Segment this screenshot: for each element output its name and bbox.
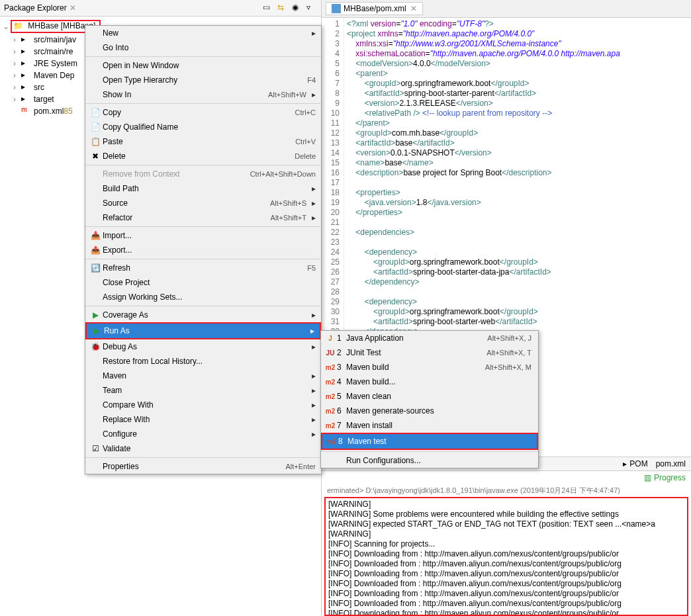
refresh-icon: 🔃 [88, 263, 103, 273]
delete-icon: ✖ [88, 152, 103, 161]
folder-icon: ▸ [21, 70, 32, 81]
menu-item-replace-with[interactable]: Replace With▸ [85, 412, 321, 427]
run-icon: ▶ [89, 326, 104, 335]
menu-item-paste[interactable]: 📋PasteCtrl+V [85, 134, 321, 149]
submenu-arrow-icon: ▸ [312, 213, 316, 222]
submenu-item-run-configurations-[interactable]: Run Configurations... [321, 453, 538, 468]
close-tab-icon[interactable]: ✕ [410, 4, 417, 13]
submenu-arrow-icon: ▸ [312, 342, 316, 351]
menu-item-refactor[interactable]: RefactorAlt+Shift+T▸ [85, 210, 321, 225]
menu-item-copy[interactable]: 📄CopyCtrl+C [85, 105, 321, 120]
check-icon: ☑ [88, 444, 103, 453]
submenu-arrow-icon: ▸ [312, 386, 316, 395]
context-menu: New▸Go IntoOpen in New WindowOpen Type H… [85, 25, 322, 474]
submenu-arrow-icon: ▸ [312, 310, 316, 320]
menu-item-close-project[interactable]: Close Project [85, 275, 321, 290]
J-icon: J [324, 335, 337, 342]
menu-item-go-into[interactable]: Go Into [85, 40, 321, 55]
package-explorer-title: Package Explorer [4, 3, 67, 13]
m2-icon: m2 [324, 364, 337, 371]
project-icon: 📁 [13, 21, 24, 32]
menu-item-coverage-as[interactable]: ▶Coverage As▸ [85, 308, 321, 322]
menu-item-remove-from-context[interactable]: Remove from ContextCtrl+Alt+Shift+Down [85, 167, 321, 181]
submenu-arrow-icon: ▸ [312, 400, 316, 410]
m2-icon: m2 [324, 393, 337, 400]
submenu-item-maven-clean[interactable]: m25Maven clean [321, 389, 538, 404]
paste-icon: 📋 [88, 137, 103, 146]
link-editor-icon[interactable]: ⇆ [277, 3, 288, 13]
menu-item-open-in-new-window[interactable]: Open in New Window [85, 58, 321, 73]
folder-icon: ▸ [21, 94, 32, 105]
m2-icon: m2 [325, 438, 338, 445]
focus-icon[interactable]: ◉ [292, 3, 302, 13]
menu-item-restore-from-local-history-[interactable]: Restore from Local History... [85, 354, 321, 369]
menu-item-source[interactable]: SourceAlt+Shift+S▸ [85, 196, 321, 210]
import-icon: 📥 [88, 231, 103, 240]
submenu-item-junit-test[interactable]: JU2JUnit TestAlt+Shift+X, T [321, 345, 538, 360]
submenu-arrow-icon: ▸ [310, 326, 314, 335]
submenu-item-maven-build-[interactable]: m24Maven build... [321, 374, 538, 389]
folder-icon: ▸ [21, 34, 32, 45]
menu-item-maven[interactable]: Maven▸ [85, 369, 321, 383]
menu-item-copy-qualified-name[interactable]: 📄Copy Qualified Name [85, 120, 321, 134]
close-icon[interactable]: ✕ [69, 3, 76, 13]
menu-item-new[interactable]: New▸ [85, 26, 321, 40]
menu-item-validate[interactable]: ☑Validate [85, 441, 321, 456]
maven-icon: m [21, 106, 32, 116]
editor-tab[interactable]: MHBase/pom.xml ✕ [326, 2, 423, 15]
menu-item-refresh[interactable]: 🔃RefreshF5 [85, 261, 321, 275]
submenu-item-maven-build[interactable]: m23Maven buildAlt+Shift+X, M [321, 360, 538, 374]
submenu-arrow-icon: ▸ [312, 371, 316, 380]
view-menu-icon[interactable]: ▿ [306, 3, 317, 13]
submenu-item-java-application[interactable]: J1Java ApplicationAlt+Shift+X, J [321, 331, 538, 345]
menu-item-compare-with[interactable]: Compare With▸ [85, 398, 321, 412]
run-as-submenu: J1Java ApplicationAlt+Shift+X, JJU2JUnit… [320, 330, 539, 468]
m2-icon: m2 [324, 422, 337, 429]
folder-icon: ▸ [21, 46, 32, 57]
folder-icon: ▸ [21, 82, 32, 93]
copy-icon: 📄 [88, 108, 103, 117]
submenu-arrow-icon: ▸ [312, 415, 316, 424]
submenu-item-maven-test[interactable]: m28Maven test [322, 434, 537, 449]
debug-icon: 🐞 [88, 342, 103, 351]
pomxml-tab[interactable]: pom.xml [656, 459, 686, 468]
maven-file-icon [332, 4, 341, 13]
m2-icon: m2 [324, 408, 337, 415]
copy-icon: 📄 [88, 122, 103, 132]
menu-item-properties[interactable]: PropertiesAlt+Enter [85, 459, 321, 474]
package-explorer-header: Package Explorer ✕ ▭ ⇆ ◉ ▿ [0, 0, 321, 17]
coverage-icon: ▶ [88, 310, 103, 320]
progress-view[interactable]: ▥ Progress [644, 473, 686, 482]
menu-item-run-as[interactable]: ▶Run As▸ [87, 324, 320, 338]
JU-icon: JU [324, 349, 337, 357]
menu-item-team[interactable]: Team▸ [85, 383, 321, 398]
menu-item-show-in[interactable]: Show InAlt+Shift+W▸ [85, 87, 321, 102]
submenu-item-maven-generate-sources[interactable]: m26Maven generate-sources [321, 404, 538, 418]
submenu-arrow-icon: ▸ [312, 184, 316, 193]
menu-item-debug-as[interactable]: 🐞Debug As▸ [85, 339, 321, 354]
menu-item-import-[interactable]: 📥Import... [85, 228, 321, 243]
menu-item-export-[interactable]: 📤Export... [85, 243, 321, 257]
bottom-view-tabs: ▥ Progress [322, 470, 691, 484]
menu-item-open-type-hierarchy[interactable]: Open Type HierarchyF4 [85, 73, 321, 87]
editor-tab-label: MHBase/pom.xml [344, 4, 406, 13]
submenu-arrow-icon: ▸ [312, 198, 316, 208]
menu-item-assign-working-sets-[interactable]: Assign Working Sets... [85, 290, 321, 304]
folder-icon: ▸ [21, 58, 32, 69]
menu-item-delete[interactable]: ✖DeleteDelete [85, 149, 321, 163]
console-status: erminated> D:\javayingyong\jdk\jdk1.8.0_… [322, 484, 691, 497]
console-output[interactable]: [WARNING][WARNING] Some problems were en… [324, 497, 688, 616]
export-icon: 📤 [88, 245, 103, 255]
submenu-arrow-icon: ▸ [312, 90, 316, 99]
submenu-arrow-icon: ▸ [312, 28, 316, 38]
menu-item-build-path[interactable]: Build Path▸ [85, 181, 321, 196]
collapse-all-icon[interactable]: ▭ [263, 3, 273, 13]
pom-tab[interactable]: ▸ POM [623, 459, 647, 468]
editor-tab-bar: MHBase/pom.xml ✕ [322, 0, 691, 18]
menu-item-configure[interactable]: Configure▸ [85, 427, 321, 441]
submenu-arrow-icon: ▸ [312, 429, 316, 439]
m2-icon: m2 [324, 378, 337, 386]
submenu-item-maven-install[interactable]: m27Maven install [321, 418, 538, 433]
